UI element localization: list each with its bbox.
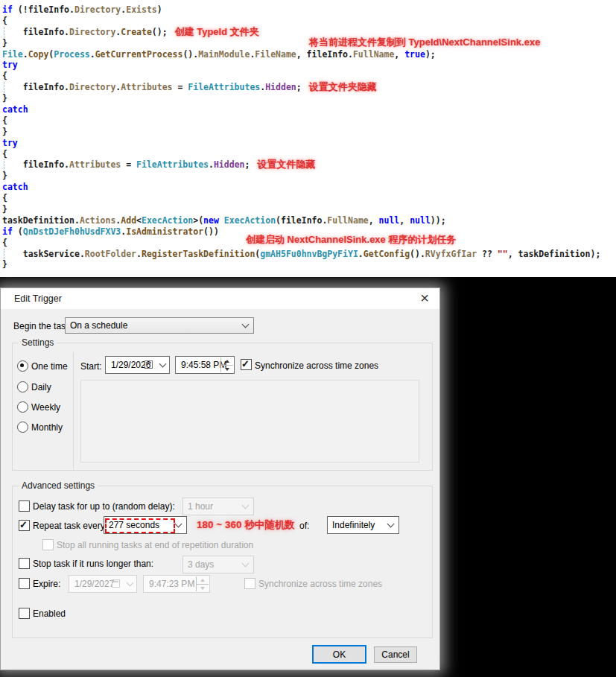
code-token: } — [2, 204, 7, 214]
sync-timezones-checkbox[interactable]: ✓ — [241, 359, 252, 370]
daily-radio[interactable] — [17, 381, 28, 392]
duration-value: Indefinitely — [332, 520, 375, 530]
time-spin-buttons[interactable] — [220, 357, 233, 372]
code-token: fileInfo — [23, 159, 64, 170]
chevron-down-icon — [175, 521, 182, 528]
code-line: {创建启动 NextChannelSink.exe 程序的计划任务 — [0, 238, 616, 249]
code-token: catch — [2, 104, 28, 115]
repeat-interval-combo[interactable]: 277 seconds — [104, 516, 187, 534]
code-token: = — [173, 82, 188, 92]
repeat-task-label: Repeat task every: — [33, 521, 107, 531]
code-token: Copy — [28, 49, 49, 60]
code-token: RootFolder — [85, 249, 136, 259]
check-icon: ✓ — [19, 519, 28, 530]
code-token: Attributes — [121, 82, 172, 92]
start-time-spinner[interactable]: 9:45:58 PM — [175, 356, 235, 374]
expire-date-picker: 1/29/2027 — [69, 575, 137, 593]
code-token: , — [296, 49, 307, 60]
code-token: catch — [2, 182, 28, 192]
code-line: } — [0, 93, 616, 104]
code-token: } — [2, 127, 7, 137]
enabled-checkbox[interactable] — [19, 608, 30, 619]
code-token: fileInfo — [307, 49, 348, 60]
code-line: } — [0, 127, 616, 138]
code-line: try — [0, 138, 616, 149]
repeat-task-checkbox[interactable]: ✓ — [19, 520, 30, 531]
code-annotation: 设置文件隐藏 — [257, 159, 315, 170]
code-token — [2, 159, 23, 170]
close-icon[interactable]: × — [416, 289, 434, 307]
code-token: FullName — [327, 215, 368, 226]
stop-task-checkbox[interactable] — [19, 558, 30, 569]
expire-date-value: 1/29/2027 — [74, 579, 114, 589]
code-token: IsAdministrator — [126, 226, 203, 237]
code-token: new — [203, 215, 219, 226]
code-token: null — [379, 215, 400, 226]
expire-time-value: 9:47:23 PM — [149, 579, 194, 589]
monthly-radio[interactable] — [17, 422, 28, 433]
delay-duration-dropdown: 1 hour — [182, 498, 254, 515]
code-token: "" — [498, 249, 508, 259]
cancel-button[interactable]: Cancel — [374, 646, 417, 663]
chevron-down-icon — [387, 521, 395, 528]
one-time-radio[interactable] — [17, 360, 28, 372]
code-token: , — [399, 215, 410, 226]
code-line: catch — [0, 182, 616, 193]
code-line: { — [0, 115, 616, 127]
start-date-picker[interactable]: 1/29/2026 — [105, 356, 170, 374]
code-token: fileInfo — [23, 27, 64, 37]
code-token: Create — [121, 27, 152, 37]
code-token: ( — [276, 215, 281, 226]
calendar-icon — [112, 579, 120, 588]
code-token: , — [508, 249, 518, 259]
delay-task-checkbox[interactable] — [19, 500, 30, 512]
code-token: . — [80, 249, 85, 259]
code-token: ExecAction — [142, 215, 193, 226]
desktop-background: Edit Trigger × Begin the task: On a sche… — [0, 277, 616, 677]
code-token: } — [2, 259, 7, 270]
code-token: Directory — [69, 82, 115, 92]
code-token — [219, 215, 224, 226]
dialog-title: Edit Trigger — [14, 293, 62, 304]
code-token: FileAttributes — [136, 159, 209, 170]
code-line: }将当前进程文件复制到 TypeId\NextChannelSink.exe — [0, 38, 616, 49]
expire-sync-checkbox — [244, 578, 255, 589]
code-line: taskDefinition.Actions.Add<ExecAction>(n… — [0, 215, 616, 226]
code-token: taskService — [23, 249, 80, 259]
code-token: GetCurrentProcess — [95, 49, 183, 60]
duration-dropdown[interactable]: Indefinitely — [327, 516, 399, 534]
code-token: . — [23, 49, 28, 60]
stop-task-label: Stop task if it runs longer than: — [33, 559, 153, 569]
code-line: fileInfo.Attributes = FileAttributes.Hid… — [0, 159, 616, 171]
ok-button[interactable]: OK — [312, 645, 366, 664]
begin-task-value: On a schedule — [70, 320, 127, 331]
code-token: ?? — [477, 249, 498, 259]
code-annotation: 将当前进程文件复制到 TypeId\NextChannelSink.exe — [309, 37, 540, 48]
code-token: } — [2, 93, 7, 104]
code-line: catch — [0, 104, 616, 115]
code-token: if — [2, 4, 13, 15]
code-line: fileInfo.Directory.Attributes = FileAttr… — [0, 82, 616, 93]
code-token: . — [69, 4, 74, 15]
one-time-label: One time — [31, 361, 68, 372]
code-line: { — [0, 16, 616, 27]
expire-checkbox[interactable] — [19, 578, 30, 589]
code-token: true — [404, 49, 425, 60]
code-token: ) — [157, 4, 162, 15]
code-token: GetConfig — [363, 249, 410, 259]
begin-task-dropdown[interactable]: On a schedule — [65, 317, 254, 334]
delay-duration-value: 1 hour — [188, 501, 213, 512]
weekly-radio[interactable] — [17, 401, 28, 413]
code-token: FileAttributes — [188, 82, 260, 92]
code-token — [2, 82, 23, 92]
code-token: , — [369, 215, 379, 226]
code-token: RVyfxGfIar — [425, 249, 477, 259]
code-token: RegisterTaskDefinition — [142, 249, 255, 259]
code-line: } — [0, 204, 616, 215]
chevron-down-icon — [127, 579, 134, 587]
code-line: { — [0, 71, 616, 82]
expire-label: Expire: — [33, 579, 60, 589]
code-token: taskDefinition — [2, 215, 74, 226]
code-token: Exists — [126, 4, 157, 15]
check-icon: ✓ — [241, 358, 250, 369]
